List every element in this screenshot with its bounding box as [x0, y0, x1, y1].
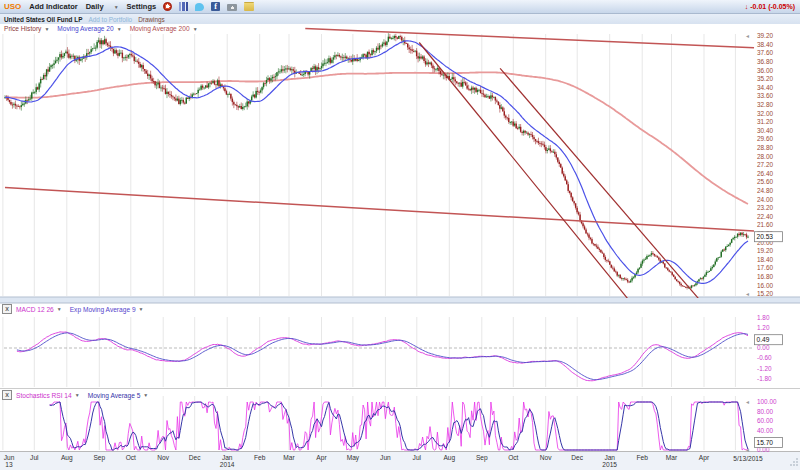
svg-text:35.20: 35.20 [757, 75, 773, 82]
svg-text:32.80: 32.80 [757, 101, 773, 108]
svg-text:Feb: Feb [637, 454, 649, 461]
ma20-dropdown[interactable]: Moving Average 20 [57, 25, 113, 32]
svg-text:19.20: 19.20 [757, 247, 773, 254]
svg-text:16.80: 16.80 [757, 273, 773, 280]
close-icon[interactable]: X [2, 390, 12, 400]
svg-text:Aug: Aug [443, 454, 455, 462]
svg-text:Dec: Dec [189, 454, 201, 461]
chevron-down-icon[interactable]: ▼ [193, 26, 198, 32]
svg-text:Feb: Feb [254, 454, 266, 461]
stochastics-panel-header: X Stochastics RSI 14 ▼ Moving Average 5 … [0, 389, 500, 401]
svg-text:◄: ◄ [745, 33, 750, 39]
svg-text:100.00: 100.00 [757, 398, 777, 405]
svg-text:Nov: Nov [540, 454, 552, 461]
drawings-menu[interactable]: Drawings [138, 16, 165, 23]
macd-ema-dropdown[interactable]: Exp Moving Average 9 [70, 306, 136, 313]
symbol-box[interactable]: USO [4, 2, 21, 11]
svg-text:25.60: 25.60 [757, 178, 773, 185]
svg-text:1.20: 1.20 [757, 324, 770, 331]
svg-text:22.40: 22.40 [757, 213, 773, 220]
main-toolbar: USO Add Indicator Daily ▼ Settings ↓ -0.… [0, 0, 800, 14]
svg-text:16.00: 16.00 [757, 282, 773, 289]
macd-panel-header: X MACD 12 26 ▼ Exp Moving Average 9 ▼ [0, 303, 500, 315]
charting-app-window: 39.2038.4037.6036.8036.0035.2034.4033.60… [0, 0, 800, 470]
svg-text:Jun: Jun [380, 454, 391, 461]
chevron-down-icon[interactable]: ▼ [117, 26, 122, 32]
svg-text:-0.60: -0.60 [757, 354, 772, 361]
chevron-down-icon[interactable]: ▼ [75, 392, 80, 398]
facebook-icon[interactable] [211, 2, 220, 11]
svg-text:24.80: 24.80 [757, 187, 773, 194]
svg-text:28.00: 28.00 [757, 153, 773, 160]
stochastics-dropdown[interactable]: Stochastics RSI 14 [16, 392, 72, 399]
svg-text:24.00: 24.00 [757, 196, 773, 203]
svg-text:Dec: Dec [571, 454, 583, 461]
svg-text:Oct: Oct [126, 454, 136, 461]
svg-text:38.40: 38.40 [757, 41, 773, 48]
svg-text:Jul: Jul [30, 454, 39, 461]
svg-text:39.20: 39.20 [757, 32, 773, 39]
svg-text:33.60: 33.60 [757, 92, 773, 99]
record-icon[interactable] [163, 2, 172, 11]
settings-button[interactable]: Settings [127, 2, 157, 11]
svg-text:◄: ◄ [745, 447, 750, 453]
svg-text:-1.20: -1.20 [757, 365, 772, 372]
svg-text:37.60: 37.60 [757, 49, 773, 56]
svg-text:30.40: 30.40 [757, 127, 773, 134]
chevron-down-icon[interactable]: ▼ [143, 392, 148, 398]
add-indicator-button[interactable]: Add Indicator [29, 2, 77, 11]
svg-text:Mar: Mar [666, 454, 678, 461]
svg-text:Aug: Aug [61, 454, 73, 462]
svg-text:20.53: 20.53 [757, 233, 774, 240]
down-arrow-icon: ↓ [745, 3, 749, 10]
period-select[interactable]: Daily [86, 2, 104, 11]
svg-text:60.00: 60.00 [757, 417, 773, 424]
svg-text:May: May [347, 454, 360, 462]
svg-text:Oct: Oct [508, 454, 518, 461]
svg-text:34.40: 34.40 [757, 84, 773, 91]
svg-text:15.70: 15.70 [757, 439, 774, 446]
svg-text:-1.80: -1.80 [757, 375, 772, 382]
svg-text:Mar: Mar [283, 454, 295, 461]
svg-text:Sep: Sep [93, 454, 105, 462]
svg-text:Sep: Sep [476, 454, 488, 462]
svg-text:36.00: 36.00 [757, 67, 773, 74]
svg-text:29.60: 29.60 [757, 135, 773, 142]
chevron-down-icon[interactable]: ▼ [44, 26, 49, 32]
svg-text:28.80: 28.80 [757, 144, 773, 151]
svg-text:18.40: 18.40 [757, 256, 773, 263]
security-name: United States Oil Fund LP [4, 16, 82, 23]
svg-text:27.20: 27.20 [757, 161, 773, 168]
svg-text:Apr: Apr [699, 454, 710, 462]
svg-text:40.00: 40.00 [757, 427, 773, 434]
svg-text:2014: 2014 [220, 461, 235, 468]
close-icon[interactable]: X [2, 304, 12, 314]
bar-chart-icon[interactable] [179, 2, 188, 11]
folder-icon[interactable] [244, 3, 254, 11]
svg-text:36.80: 36.80 [757, 58, 773, 65]
svg-text:31.20: 31.20 [757, 118, 773, 125]
add-to-portfolio-link[interactable]: Add to Portfolio [88, 16, 132, 23]
svg-text:Jun: Jun [4, 454, 15, 461]
twitter-icon[interactable] [195, 3, 204, 11]
svg-text:17.60: 17.60 [757, 264, 773, 271]
camera-icon[interactable] [227, 4, 237, 11]
svg-text:80.00: 80.00 [757, 408, 773, 415]
svg-text:Apr: Apr [316, 454, 327, 462]
chevron-down-icon[interactable]: ▼ [114, 4, 119, 10]
svg-text:Jul: Jul [413, 454, 422, 461]
stoch-ma-dropdown[interactable]: Moving Average 5 [88, 392, 141, 399]
chevron-down-icon[interactable]: ▼ [139, 306, 144, 312]
macd-dropdown[interactable]: MACD 12 26 [16, 306, 54, 313]
chevron-down-icon[interactable]: ▼ [57, 306, 62, 312]
svg-text:◄: ◄ [745, 291, 750, 297]
svg-text:2015: 2015 [602, 461, 617, 468]
svg-text:23.20: 23.20 [757, 204, 773, 211]
svg-text:5/13/2015: 5/13/2015 [733, 455, 763, 462]
price-history-dropdown[interactable]: Price History [4, 25, 41, 32]
svg-text:0.49: 0.49 [757, 336, 770, 343]
svg-text:Jan: Jan [604, 454, 615, 461]
svg-text:0.00: 0.00 [757, 344, 770, 351]
symbol-row: United States Oil Fund LP Add to Portfol… [0, 14, 800, 24]
ma200-dropdown[interactable]: Moving Average 200 [130, 25, 190, 32]
